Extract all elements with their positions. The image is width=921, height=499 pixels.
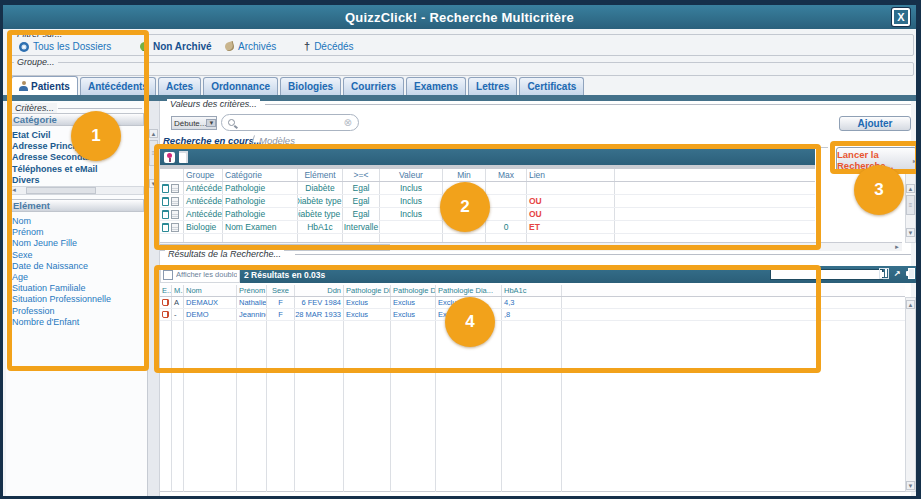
filter-decedes[interactable]: † Décédés (304, 41, 354, 52)
sidebar-item-divers[interactable]: Divers (12, 175, 99, 186)
col-ddn[interactable]: Ddn (295, 285, 344, 296)
sidebar-item-date-de-naissance[interactable]: Date de Naissance (12, 261, 111, 272)
filter-legend: Filtrer sur... (14, 29, 65, 39)
leaf-tan-icon (224, 41, 235, 52)
col-categorie[interactable]: Catégorie (223, 169, 298, 181)
sidebar-item-adresse-secondaire[interactable]: Adresse Secondaire (12, 152, 99, 163)
sidebar-item-profession[interactable]: Profession (12, 306, 111, 317)
tab-patients[interactable]: Patients (11, 76, 78, 95)
criteria-row[interactable]: Antécédents Pathologie Diabète Egal Incl… (160, 182, 815, 195)
filter-archives[interactable]: Archivés (225, 41, 276, 52)
filter-non-archive[interactable]: Non Archivé (140, 41, 212, 52)
result-row[interactable]: - DEMO Jeannine F 28 MAR 1933 Exclus Exc… (160, 309, 905, 321)
sidebar-item-adresse-principale[interactable]: Adresse Principale (12, 141, 99, 152)
tab-lettres[interactable]: Lettres (468, 77, 517, 95)
col-pathologie-3[interactable]: Pathologie Dia... (436, 285, 502, 296)
trash-icon[interactable] (162, 197, 169, 206)
tab-certificats[interactable]: Certificats (519, 77, 584, 95)
sidebar-item-prenom[interactable]: Prénom (12, 227, 111, 238)
results-vscrollbar[interactable]: ▲ ▼ (905, 297, 916, 492)
criteria-row[interactable]: Antécédents Pathologie Diabète type I Eg… (160, 195, 815, 208)
patient-record-icon[interactable] (162, 299, 169, 306)
tab-antecedents[interactable]: Antécédents (80, 77, 156, 95)
tab-ordonnance[interactable]: Ordonnance (203, 77, 278, 95)
scroll-up-icon[interactable]: ▲ (906, 300, 915, 309)
col-pathologie-1[interactable]: Pathologie Dia... (344, 285, 391, 296)
close-button[interactable]: X (892, 8, 910, 26)
app-window: QuizzClick! - Recherche Multicritère X F… (0, 0, 921, 499)
col-pathologie-2[interactable]: Pathologie Dia... (391, 285, 436, 296)
duplicates-checkbox[interactable] (163, 270, 173, 280)
trash-icon[interactable] (162, 223, 169, 232)
sidebar-item-situation-familiale[interactable]: Situation Familiale (12, 283, 111, 294)
export-icon[interactable]: ↗ (892, 268, 902, 279)
tab-examens[interactable]: Examens (406, 77, 466, 95)
filter-tous-les-dossiers[interactable]: Tous les Dossiers (19, 41, 111, 52)
title-bar[interactable]: QuizzClick! - Recherche Multicritère X (3, 5, 916, 29)
trash-icon[interactable] (162, 184, 169, 193)
show-duplicates-control[interactable]: Afficher les doublons... (160, 266, 240, 283)
scroll-thumb[interactable] (26, 187, 96, 194)
sidebar-item-situation-professionnelle[interactable]: Situation Professionnelle (12, 294, 111, 305)
col-m[interactable]: M.. (172, 285, 184, 296)
tab-courriers[interactable]: Courriers (343, 77, 404, 95)
clear-icon[interactable]: ⊗ (344, 118, 352, 128)
trash-icon[interactable] (162, 210, 169, 219)
criteria-row[interactable]: Biologie Nom Examen HbA1c Intervalle 0 0… (160, 221, 815, 234)
tab-biologies[interactable]: Biologies (280, 77, 341, 95)
scroll-thumb[interactable]: ≡ (149, 140, 158, 166)
col-prenom[interactable]: Prénom (237, 285, 267, 296)
scroll-up-icon[interactable]: ▲ (149, 129, 158, 138)
col-nom[interactable]: Nom (184, 285, 237, 296)
tab-recherche-en-cours[interactable]: Recherche en cours... (163, 135, 262, 146)
col-element[interactable]: Elément (298, 169, 343, 181)
sidebar-item-nom-jeune-fille[interactable]: Nom Jeune Fille (12, 238, 111, 249)
patient-record-icon[interactable] (162, 311, 169, 318)
scroll-up-icon[interactable]: ▲ (906, 184, 915, 193)
col-groupe[interactable]: Groupe (184, 169, 223, 181)
scroll-down-icon[interactable]: ▼ (149, 179, 158, 188)
pin-icon[interactable] (164, 152, 175, 163)
ajouter-button[interactable]: Ajouter (839, 116, 911, 131)
sidebar-item-age[interactable]: Age (12, 272, 111, 283)
scroll-right-icon[interactable]: ► (894, 244, 900, 250)
results-filter-input[interactable] (770, 269, 883, 280)
new-document-icon[interactable] (179, 151, 188, 163)
results-status: 2 Résultats en 0.03s (244, 270, 325, 280)
result-row[interactable]: A DEMAUX Nathalie F 6 FEV 1984 Exclus Ex… (160, 297, 905, 309)
category-header[interactable]: Catégorie (9, 113, 144, 126)
col-hba1c[interactable]: HbA1c (502, 285, 562, 296)
sidebar-item-etat-civil[interactable]: Etat Civil (12, 130, 99, 141)
tab-actes[interactable]: Actes (158, 77, 201, 95)
col-e[interactable]: E.. (160, 285, 172, 296)
criteria-operator-dropdown[interactable]: Débute... ▼ (171, 116, 217, 130)
mid-vscrollbar[interactable]: ▲ ≡ ▼ (148, 101, 160, 496)
element-header[interactable]: Elément (9, 199, 144, 212)
sidebar-item-sexe[interactable]: Sexe (12, 250, 111, 261)
chart-icon[interactable] (879, 268, 889, 279)
col-min[interactable]: Min (443, 169, 486, 181)
scroll-down-icon[interactable]: ▼ (906, 228, 915, 237)
col-lien[interactable]: Lien (527, 169, 615, 181)
sidebar-item-nombre-denfant[interactable]: Nombre d'Enfant (12, 317, 111, 328)
tab-modeles[interactable]: Modèles (259, 135, 295, 146)
antecedent-icon (171, 210, 179, 219)
scroll-down-icon[interactable]: ▼ (906, 481, 915, 490)
antecedent-icon (171, 197, 179, 206)
col-sexe[interactable]: Sexe (267, 285, 295, 296)
cross-icon: † (304, 42, 310, 51)
col-operator[interactable]: >=< (343, 169, 380, 181)
sidebar-hscrollbar[interactable]: ◄ (9, 186, 144, 195)
sidebar-item-telephones-email[interactable]: Téléphones et eMail (12, 164, 99, 175)
criteria-vscrollbar[interactable]: ▲ ≡ ▼ (905, 169, 916, 243)
printer-icon[interactable] (905, 268, 916, 279)
criteres-legend: Critères... (12, 103, 57, 113)
criteria-value-search[interactable]: ⊗ (221, 114, 359, 131)
criteria-row[interactable]: Antécédents Pathologie Diabète type II E… (160, 208, 815, 221)
col-valeur[interactable]: Valeur (380, 169, 443, 181)
col-max[interactable]: Max (486, 169, 527, 181)
scroll-thumb[interactable]: ≡ (906, 195, 915, 215)
scroll-left-icon[interactable]: ◄ (10, 187, 18, 194)
sidebar-item-nom[interactable]: Nom (12, 216, 111, 227)
record-icon (19, 42, 29, 52)
